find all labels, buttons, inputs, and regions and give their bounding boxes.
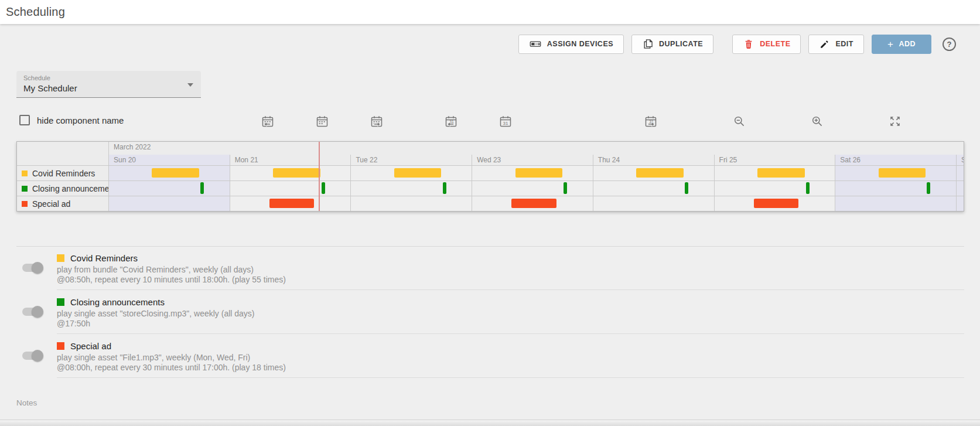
toggle-knob (32, 262, 43, 274)
component-body: Closing announcements play single asset … (57, 290, 964, 334)
gantt-bar[interactable] (273, 168, 320, 178)
zoom-in-icon[interactable] (810, 114, 824, 128)
trash-icon (743, 38, 754, 50)
gantt-day-label: Mon 21 (230, 155, 351, 164)
current-time-line (319, 142, 320, 211)
gantt-bar[interactable] (636, 168, 684, 178)
schedule-forward-icon[interactable] (370, 114, 384, 128)
gantt-bar[interactable] (515, 168, 563, 178)
schedule-select-label: Schedule (23, 74, 50, 81)
gantt-bar[interactable] (200, 182, 204, 194)
gantt-day-label: Thu 24 (593, 155, 714, 164)
duplicate-label: DUPLICATE (659, 40, 703, 48)
row-color-swatch (22, 201, 28, 207)
delete-button[interactable]: DELETE (732, 35, 801, 54)
component-title: Closing announcements (70, 297, 165, 307)
duplicate-button[interactable]: DUPLICATE (631, 35, 713, 54)
chevron-down-icon (187, 83, 193, 87)
gantt-row-label: Covid Reminders (17, 166, 108, 180)
hide-component-name-label: hide component name (37, 115, 124, 125)
bottom-strip (0, 420, 980, 426)
schedule-select[interactable]: Schedule My Scheduler (16, 71, 201, 98)
gantt-bar[interactable] (152, 168, 199, 178)
gantt-chart: March 2022Sun 20Mon 21Tue 22Wed 23Thu 24… (16, 141, 964, 212)
pencil-icon (819, 39, 830, 50)
toolbar: ASSIGN DEVICES DUPLICATE DELETE (0, 34, 956, 54)
gantt-day-label: Tue 22 (351, 155, 472, 164)
gantt-bar[interactable] (806, 182, 810, 194)
fullscreen-icon[interactable] (888, 114, 902, 128)
gantt-row-label: Closing announcements (17, 181, 108, 196)
svg-text:31: 31 (503, 121, 508, 126)
month-today-icon[interactable]: 31 (498, 114, 513, 128)
component-title: Covid Reminders (70, 253, 138, 263)
gantt-bar[interactable] (511, 199, 556, 208)
delete-label: DELETE (760, 40, 790, 48)
component-toggle[interactable] (22, 352, 42, 360)
schedule-select-value: My Scheduler (23, 83, 77, 93)
device-icon (529, 38, 542, 50)
notes-section: Notes (16, 398, 964, 421)
page-title: Scheduling (6, 5, 65, 19)
plus-icon: + (887, 39, 893, 49)
gantt-bar[interactable] (269, 199, 314, 208)
component-item: Closing announcements play single asset … (16, 290, 964, 334)
gantt-bar[interactable] (685, 182, 688, 194)
edit-button[interactable]: EDIT (808, 35, 863, 54)
zoom-out-icon[interactable] (732, 114, 746, 128)
month-back-icon[interactable]: 31 (444, 114, 458, 128)
gantt-day-label: Sat 26 (835, 155, 956, 164)
component-desc-line2: @08:00h, repeat every 30 minutes until 1… (57, 363, 964, 373)
row-color-swatch (22, 186, 28, 192)
component-desc-line1: play single asset "File1.mp3", weekly (M… (57, 353, 964, 363)
component-color-swatch (57, 342, 64, 350)
gantt-bar[interactable] (564, 182, 567, 194)
component-body: Special ad play single asset "File1.mp3"… (57, 334, 964, 378)
component-item: Special ad play single asset "File1.mp3"… (16, 334, 964, 378)
gantt-day-label: Su (957, 155, 964, 164)
gantt-toolbar: hide component name 313131 (0, 114, 980, 130)
add-label: ADD (899, 40, 916, 48)
row-color-swatch (22, 171, 28, 176)
component-title: Special ad (70, 341, 111, 351)
component-desc-line2: @17:50h (57, 319, 964, 329)
toggle-knob (32, 350, 43, 362)
gantt-month-label: March 2022 (109, 142, 964, 151)
gantt-day-label: Fri 25 (715, 155, 835, 164)
gantt-bar[interactable] (322, 182, 325, 194)
toggle-knob (32, 306, 43, 318)
component-desc-line1: play from bundle "Covid Reminders", week… (57, 265, 964, 275)
component-body: Covid Reminders play from bundle "Covid … (57, 246, 964, 290)
gantt-day-label: Sun 20 (109, 155, 230, 164)
assign-devices-label: ASSIGN DEVICES (547, 40, 613, 48)
component-desc-line2: @08:50h, repeat every 10 minutes until 1… (57, 275, 964, 285)
add-button[interactable]: + ADD (872, 35, 931, 54)
schedule-today-icon[interactable] (315, 114, 329, 128)
component-color-swatch (57, 298, 64, 306)
gantt-bar[interactable] (757, 168, 805, 178)
component-toggle[interactable] (22, 264, 42, 272)
hide-component-name-checkbox[interactable] (19, 115, 30, 125)
gantt-row-label: Special ad (17, 196, 108, 211)
edit-label: EDIT (835, 40, 853, 48)
component-color-swatch (57, 254, 64, 262)
assign-devices-button[interactable]: ASSIGN DEVICES (518, 35, 624, 54)
gantt-day-label: Wed 23 (472, 155, 593, 164)
duplicate-icon (642, 38, 654, 50)
component-item: Covid Reminders play from bundle "Covid … (16, 246, 964, 290)
gantt-bar[interactable] (394, 168, 442, 178)
month-forward-icon[interactable]: 31 (644, 114, 658, 128)
gantt-bar[interactable] (754, 199, 798, 208)
notes-label: Notes (16, 398, 964, 407)
gantt-bar[interactable] (879, 168, 926, 178)
gantt-bar[interactable] (927, 182, 930, 194)
help-icon[interactable]: ? (943, 38, 956, 51)
app-header: Scheduling (0, 0, 980, 24)
component-toggle[interactable] (22, 308, 42, 316)
component-desc-line1: play single asset "storeClosing.mp3", we… (57, 309, 964, 319)
gantt-bar[interactable] (443, 182, 446, 194)
schedule-back-icon[interactable] (261, 114, 275, 128)
